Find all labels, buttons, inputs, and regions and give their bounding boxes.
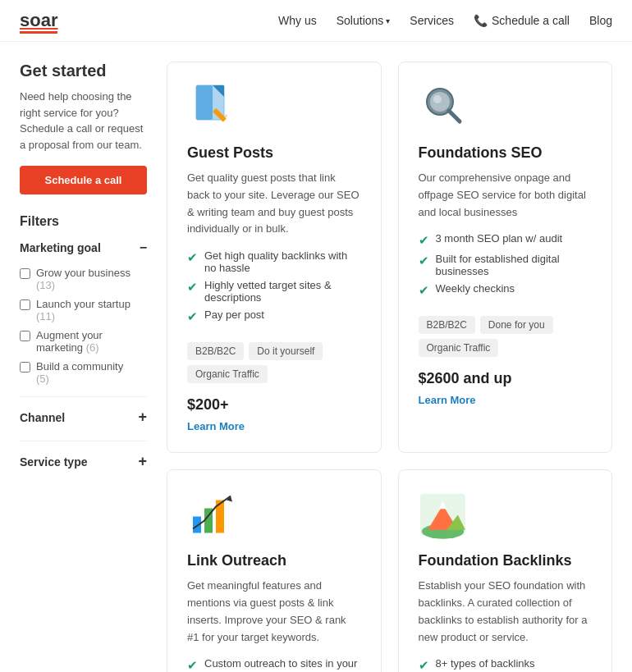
feature-item: ✔Weekly checkins — [419, 282, 593, 298]
tag-organic: Organic Traffic — [419, 339, 499, 357]
feature-item: ✔Get high quality backlinks with no hass… — [187, 249, 361, 274]
filter-group-header-channel[interactable]: Channel + — [20, 409, 147, 429]
filter-checkbox-augment[interactable] — [20, 331, 30, 341]
feature-item: ✔Pay per post — [187, 309, 361, 324]
filter-divider-2 — [20, 441, 147, 441]
filter-option-grow: Grow your business(13) — [20, 267, 147, 291]
main-content: Guest Posts Get quality guest posts that… — [167, 62, 612, 672]
chevron-down-icon: ▾ — [386, 16, 390, 25]
nav-solutions[interactable]: Solutions ▾ — [337, 14, 391, 27]
feature-item: ✔Highly vetted target sites & descriptio… — [187, 279, 361, 304]
card-title-foundations-seo: Foundations SEO — [419, 144, 593, 162]
service-card-foundation-backlinks: Foundation Backlinks Establish your SEO … — [398, 469, 613, 672]
tag-done-for-you: Done for you — [480, 316, 553, 334]
link-outreach-icon — [187, 490, 236, 539]
filter-checkbox-launch[interactable] — [20, 299, 30, 310]
nav-links: Why us Solutions ▾ Services 📞 Schedule a… — [278, 14, 612, 27]
check-icon: ✔ — [419, 658, 429, 672]
svg-line-8 — [449, 111, 460, 121]
card-tags-foundations-seo: B2B/B2C Done for you Organic Traffic — [419, 316, 593, 357]
card-title-foundation-backlinks: Foundation Backlinks — [419, 552, 593, 569]
filter-checkbox-grow[interactable] — [20, 268, 30, 279]
card-title-link-outreach: Link Outreach — [187, 552, 361, 569]
foundation-backlinks-icon — [419, 490, 468, 539]
card-price-guest-posts: $200+ — [187, 396, 361, 414]
feature-item: ✔3 month SEO plan w/ audit — [419, 232, 593, 248]
tag-b2b: B2B/B2C — [419, 316, 475, 334]
filter-label-marketing-goal: Marketing goal — [20, 241, 101, 254]
feature-item: ✔Built for established digital businesse… — [419, 253, 593, 277]
tag-diy: Do it yourself — [249, 342, 323, 360]
filter-divider-1 — [20, 396, 147, 397]
card-desc-foundations-seo: Our comprehensive onpage and offpage SEO… — [419, 170, 593, 221]
filter-group-header-service-type[interactable]: Service type + — [20, 453, 147, 473]
card-title-guest-posts: Guest Posts — [187, 144, 361, 162]
service-card-link-outreach: Link Outreach Get meaningful features an… — [167, 469, 382, 672]
svg-point-7 — [433, 95, 442, 103]
filter-group-header-marketing-goal[interactable]: Marketing goal − — [20, 240, 147, 258]
card-features-foundation-backlinks: ✔8+ types of backlinks ✔100% industry re… — [419, 657, 593, 672]
nav-schedule-call[interactable]: 📞 Schedule a call — [474, 14, 570, 27]
tag-organic: Organic Traffic — [187, 365, 268, 383]
card-features-guest-posts: ✔Get high quality backlinks with no hass… — [187, 249, 361, 329]
filter-checkbox-community[interactable] — [20, 362, 30, 373]
check-icon: ✔ — [419, 283, 429, 298]
guest-posts-icon — [187, 82, 236, 131]
service-card-foundations-seo: Foundations SEO Our comprehensive onpage… — [398, 62, 613, 453]
learn-more-foundations-seo[interactable]: Learn More — [419, 394, 593, 406]
filter-group-channel: Channel + — [20, 409, 147, 429]
feature-item: ✔8+ types of backlinks — [419, 657, 593, 672]
filter-group-service-type: Service type + — [20, 453, 147, 473]
card-tags-guest-posts: B2B/B2C Do it yourself Organic Traffic — [187, 342, 361, 383]
phone-icon: 📞 — [474, 14, 488, 27]
learn-more-guest-posts[interactable]: Learn More — [187, 420, 361, 432]
card-price-foundations-seo: $2600 and up — [419, 370, 593, 387]
svg-rect-1 — [196, 85, 213, 120]
filter-collapse-marketing-goal[interactable]: − — [140, 240, 147, 255]
logo[interactable]: soar — [20, 10, 57, 31]
check-icon: ✔ — [187, 280, 198, 295]
check-icon: ✔ — [419, 233, 429, 248]
schedule-call-button[interactable]: Schedule a call — [20, 166, 147, 194]
tag-b2b: B2B/B2C — [187, 342, 244, 360]
nav-why-us[interactable]: Why us — [278, 14, 317, 27]
filter-option-community: Build a community(5) — [20, 360, 147, 385]
filters-title: Filters — [20, 214, 147, 229]
get-started-title: Get started — [20, 62, 147, 80]
nav-services[interactable]: Services — [410, 14, 454, 27]
card-desc-foundation-backlinks: Establish your SEO foundation with backl… — [419, 578, 593, 646]
filter-option-augment: Augment your marketing (6) — [20, 329, 147, 354]
sidebar: Get started Need help choosing the right… — [20, 62, 147, 672]
feature-item: ✔Custom outreach to sites in your indust… — [187, 657, 361, 672]
get-started-desc: Need help choosing the right service for… — [20, 89, 147, 153]
nav-blog[interactable]: Blog — [589, 14, 612, 27]
navbar: soar Why us Solutions ▾ Services 📞 Sched… — [0, 0, 632, 42]
service-card-guest-posts: Guest Posts Get quality guest posts that… — [167, 62, 382, 453]
filter-expand-service-type[interactable]: + — [138, 453, 147, 470]
card-features-foundations-seo: ✔3 month SEO plan w/ audit ✔Built for es… — [419, 232, 593, 303]
filter-expand-channel[interactable]: + — [138, 409, 147, 426]
card-desc-guest-posts: Get quality guest posts that link back t… — [187, 170, 361, 238]
card-desc-link-outreach: Get meaningful features and mentions via… — [187, 578, 361, 646]
filter-label-service-type: Service type — [20, 455, 88, 469]
card-features-link-outreach: ✔Custom outreach to sites in your indust… — [187, 657, 361, 672]
filter-option-launch: Launch your startup(11) — [20, 298, 147, 322]
check-icon: ✔ — [187, 309, 198, 324]
check-icon: ✔ — [419, 254, 429, 268]
check-icon: ✔ — [187, 658, 198, 672]
page-layout: Get started Need help choosing the right… — [0, 42, 632, 672]
filter-label-channel: Channel — [20, 411, 65, 424]
check-icon: ✔ — [187, 250, 198, 265]
filter-group-marketing-goal: Marketing goal − Grow your business(13) … — [20, 240, 147, 385]
foundations-seo-icon — [419, 82, 468, 131]
filters-section: Filters Marketing goal − Grow your busin… — [20, 214, 147, 473]
